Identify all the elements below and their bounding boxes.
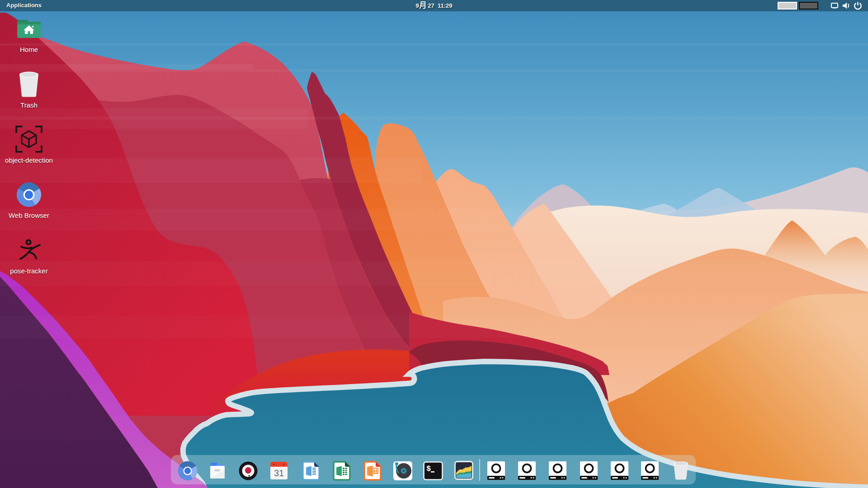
svg-text:$: $ bbox=[426, 465, 431, 473]
svg-text:31: 31 bbox=[274, 468, 284, 478]
